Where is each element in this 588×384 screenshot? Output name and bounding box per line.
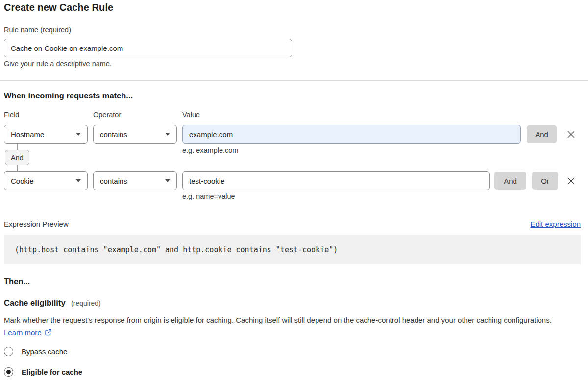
then-heading: Then... [4,277,30,286]
rule-name-label: Rule name (required) [4,26,71,34]
radio-label: Eligible for cache [22,368,82,376]
operator-select-row1-value: contains [100,130,127,139]
operator-select-row1[interactable]: contains [93,125,177,144]
connector-and-button[interactable]: And [5,150,29,165]
operator-column-label: Operator [93,111,121,119]
expression-code-block: (http.host contains "example.com" and ht… [4,235,581,264]
value-column-label: Value [182,111,200,119]
value-input-row1[interactable] [182,125,521,144]
operator-select-row2[interactable]: contains [93,171,177,190]
chevron-down-icon [76,179,81,182]
expression-code: (http.host contains "example.com" and ht… [15,245,338,254]
learn-more-link[interactable]: Learn more [4,328,42,336]
close-icon [567,177,575,185]
field-select-row2-value: Cookie [11,177,34,185]
cache-eligibility-label: Cache eligibility [4,298,66,307]
field-select-row2[interactable]: Cookie [4,171,88,190]
chevron-down-icon [76,133,81,136]
field-column-label: Field [4,111,19,119]
radio-icon-selected[interactable] [4,367,13,377]
chevron-down-icon [165,179,170,182]
section-divider [0,80,588,81]
rule-name-input[interactable] [4,39,292,57]
rule-name-helper: Give your rule a descriptive name. [4,60,112,68]
remove-condition-row1-button[interactable] [564,125,578,143]
or-button-row2[interactable]: Or [532,172,558,190]
expression-preview-label: Expression Preview [4,220,69,228]
and-button-row1[interactable]: And [527,125,557,143]
match-heading: When incoming requests match... [4,91,133,100]
field-select-row1[interactable]: Hostname [4,125,88,144]
field-select-row1-value: Hostname [11,130,44,139]
close-icon [567,130,575,139]
connector-line-bottom [17,165,18,172]
value-input-row2[interactable] [182,171,490,190]
cache-eligibility-heading-row: Cache eligibility (required) [4,298,101,308]
and-button-row2[interactable]: And [494,172,526,190]
connector-line-top [17,144,18,150]
page-title: Create new Cache Rule [4,2,113,13]
radio-option-eligible-for-cache[interactable]: Eligible for cache [4,367,82,377]
radio-option-bypass-cache[interactable]: Bypass cache [4,347,67,356]
value-hint-row1: e.g. example.com [182,146,238,154]
chevron-down-icon [165,133,170,136]
description-text: Mark whether the request’s response from… [4,316,552,324]
edit-expression-link[interactable]: Edit expression [530,220,581,228]
radio-label: Bypass cache [22,347,67,356]
radio-icon[interactable] [4,347,13,356]
external-link-icon [45,329,52,336]
value-hint-row2: e.g. name=value [182,192,235,200]
operator-select-row2-value: contains [100,177,127,185]
cache-eligibility-description: Mark whether the request’s response from… [4,314,566,338]
remove-condition-row2-button[interactable] [564,172,578,190]
required-note: (required) [71,299,101,307]
